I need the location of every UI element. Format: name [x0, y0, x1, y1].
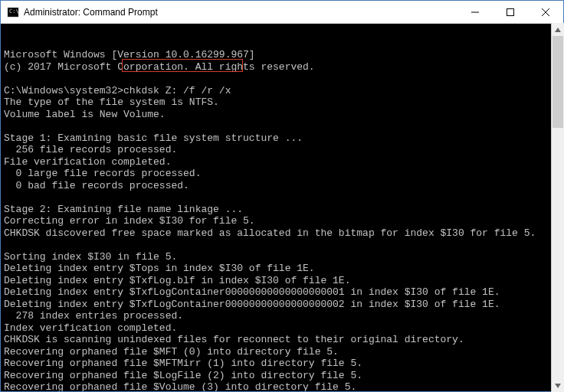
- terminal-line: Stage 2: Examining file name linkage ...: [4, 204, 560, 216]
- terminal-line: Deleting index entry $TxfLogContainer000…: [4, 286, 560, 299]
- terminal-line: [4, 120, 560, 132]
- svg-rect-3: [507, 8, 514, 15]
- terminal-line: Index verification completed.: [4, 322, 560, 335]
- terminal-line: [4, 239, 560, 251]
- scrollbar-thumb[interactable]: [553, 36, 563, 128]
- scroll-down-button[interactable]: [552, 379, 564, 392]
- terminal-line: C:\Windows\system32>chkdsk Z: /f /r /x: [4, 85, 560, 97]
- cmd-icon: C:\: [7, 6, 19, 18]
- terminal-line: 278 index entries processed.: [4, 310, 560, 322]
- terminal-line: Recovering orphaned file $LogFile (2) in…: [4, 370, 560, 382]
- maximize-button[interactable]: [493, 1, 528, 23]
- window-title: Administrator: Command Prompt: [24, 7, 457, 18]
- terminal-line: [4, 73, 560, 85]
- terminal-line: 256 file records processed.: [4, 144, 560, 156]
- scroll-up-button[interactable]: [552, 23, 564, 36]
- terminal-line: 0 large file records processed.: [4, 168, 560, 180]
- terminal-line: [4, 191, 560, 204]
- terminal-line: CHKDSK is scanning unindexed files for r…: [4, 334, 560, 346]
- terminal-output[interactable]: Microsoft Windows [Version 10.0.16299.96…: [1, 24, 563, 391]
- scrollbar[interactable]: [551, 23, 564, 392]
- minimize-button[interactable]: [457, 1, 493, 23]
- terminal-line: CHKDSK discovered free space marked as a…: [4, 227, 560, 240]
- terminal-line: (c) 2017 Microsoft Corporation. All righ…: [4, 61, 560, 74]
- terminal-line: Recovering orphaned file $Volume (3) int…: [4, 381, 560, 391]
- terminal-line: Deleting index entry $TxfLog.blf in inde…: [4, 275, 560, 287]
- terminal-line: Volume label is New Volume.: [4, 109, 560, 121]
- svg-marker-6: [555, 28, 561, 32]
- terminal-line: Sorting index $I30 in file 5.: [4, 251, 560, 263]
- terminal-line: Microsoft Windows [Version 10.0.16299.96…: [4, 49, 560, 61]
- terminal-line: Recovering orphaned file $MFTMirr (1) in…: [4, 358, 560, 370]
- terminal-line: Deleting index entry $TxfLogContainer000…: [4, 299, 560, 311]
- window-titlebar[interactable]: C:\ Administrator: Command Prompt: [1, 1, 563, 24]
- terminal-line: Deleting index entry $Tops in index $I30…: [4, 263, 560, 275]
- window-controls: [457, 1, 563, 23]
- terminal-line: Stage 1: Examining basic file system str…: [4, 132, 560, 145]
- terminal-line: The type of the file system is NTFS.: [4, 96, 560, 109]
- terminal-line: Recovering orphaned file $MFT (0) into d…: [4, 346, 560, 358]
- terminal-line: File verification completed.: [4, 156, 560, 168]
- terminal-line: 0 bad file records processed.: [4, 180, 560, 192]
- close-button[interactable]: [528, 1, 563, 23]
- svg-marker-7: [555, 384, 561, 388]
- terminal-line: Correcting error in index $I30 for file …: [4, 215, 560, 227]
- svg-text:C:\: C:\: [9, 8, 19, 15]
